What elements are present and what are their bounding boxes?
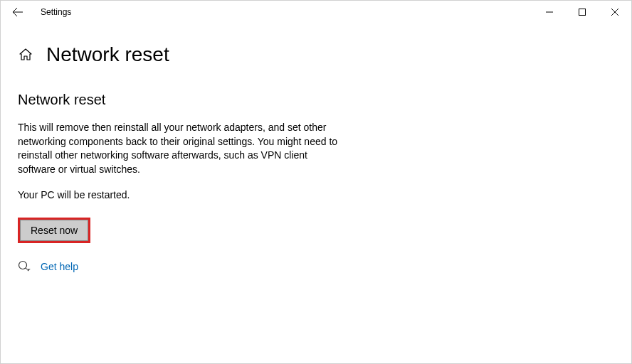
- description-text: This will remove then reinstall all your…: [18, 121, 345, 176]
- window-controls: [533, 1, 631, 23]
- titlebar: Settings: [1, 1, 631, 23]
- maximize-icon: [579, 9, 586, 16]
- help-row: Get help: [18, 260, 614, 273]
- close-icon: [611, 9, 618, 16]
- home-icon[interactable]: [18, 47, 33, 63]
- section-title: Network reset: [18, 92, 614, 108]
- reset-button-highlight: Reset now: [18, 218, 90, 243]
- page-title: Network reset: [46, 43, 169, 66]
- maximize-button[interactable]: [566, 1, 599, 23]
- help-icon: [18, 260, 31, 273]
- restart-note: Your PC will be restarted.: [18, 189, 614, 200]
- reset-now-button[interactable]: Reset now: [20, 220, 88, 241]
- get-help-link[interactable]: Get help: [41, 261, 78, 272]
- close-button[interactable]: [599, 1, 631, 23]
- chat-help-icon: [18, 260, 31, 273]
- minimize-icon: [546, 9, 553, 16]
- page-header: Network reset: [18, 43, 614, 66]
- svg-point-1: [19, 262, 27, 269]
- content-area: Network reset Network reset This will re…: [1, 43, 631, 273]
- back-button[interactable]: [6, 1, 29, 23]
- window-title: Settings: [41, 7, 71, 17]
- back-arrow-icon: [12, 6, 23, 18]
- minimize-button[interactable]: [533, 1, 566, 23]
- house-icon: [19, 48, 33, 62]
- svg-rect-0: [579, 9, 586, 16]
